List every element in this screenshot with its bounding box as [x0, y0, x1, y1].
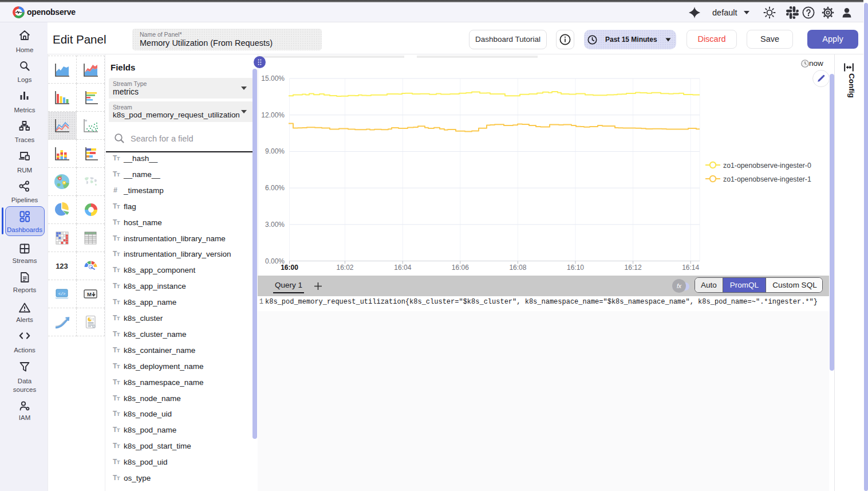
svg-text:9.00%: 9.00% [265, 147, 285, 155]
svg-text:16:00: 16:00 [281, 264, 298, 272]
svg-text:zo1-openobserve-ingester-1: zo1-openobserve-ingester-1 [723, 175, 811, 183]
svg-text:16:14: 16:14 [682, 264, 699, 272]
svg-text:zo1-openobserve-ingester-0: zo1-openobserve-ingester-0 [723, 162, 811, 170]
svg-text:12.00%: 12.00% [261, 111, 285, 119]
svg-text:6.00%: 6.00% [265, 184, 285, 192]
svg-text:16:08: 16:08 [509, 264, 526, 272]
svg-text:16:10: 16:10 [567, 264, 584, 272]
svg-text:16:06: 16:06 [452, 264, 469, 272]
svg-text:15.00%: 15.00% [261, 74, 285, 83]
svg-text:16:02: 16:02 [336, 264, 353, 272]
svg-text:16:04: 16:04 [394, 264, 411, 272]
svg-text:16:12: 16:12 [625, 264, 642, 272]
svg-text:3.00%: 3.00% [265, 221, 285, 229]
